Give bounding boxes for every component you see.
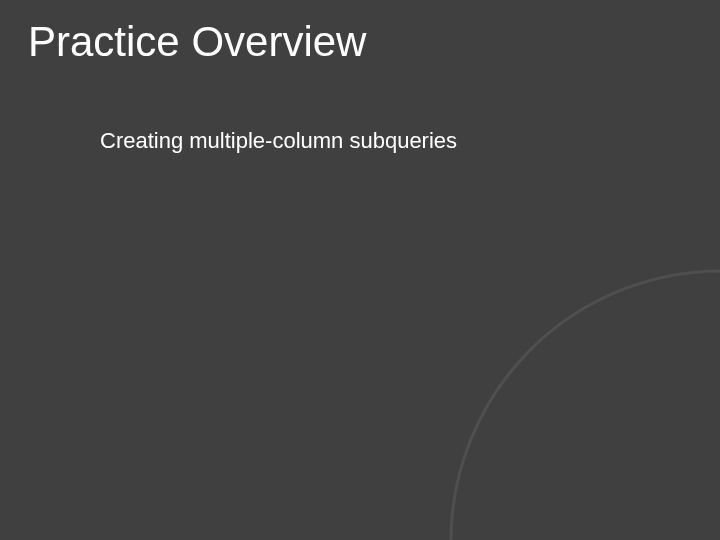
slide-title: Practice Overview [28, 18, 366, 66]
slide-container: Practice Overview Creating multiple-colu… [0, 0, 720, 540]
slide-body-text: Creating multiple-column subqueries [100, 128, 457, 154]
decorative-arc [441, 261, 720, 540]
